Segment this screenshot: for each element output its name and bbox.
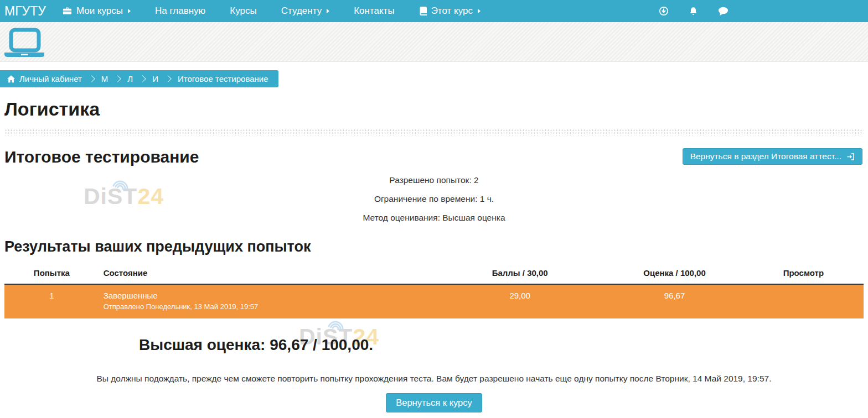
dotted-separator	[4, 128, 864, 135]
column-header-grade: Оценка / 100,00	[606, 262, 743, 284]
time-limit-line: Ограничение по времени: 1 ч.	[4, 194, 864, 204]
breadcrumb-item-i[interactable]: И	[152, 74, 158, 83]
briefcase-icon	[63, 7, 72, 15]
bell-icon[interactable]	[689, 7, 698, 16]
quiz-info: DiST24 Разрешено попыток: 2 Ограничение …	[4, 175, 864, 223]
header-band	[0, 22, 868, 62]
chat-icon[interactable]	[718, 7, 728, 16]
nav-item-courses[interactable]: Курсы	[230, 6, 256, 17]
navbar-action-icons	[659, 6, 728, 16]
nav-item-student[interactable]: Студенту	[281, 6, 329, 17]
sign-in-arrow-icon	[846, 153, 855, 161]
nav-item-my-courses[interactable]: Мои курсы	[63, 6, 131, 17]
course-title: Логистика	[4, 98, 864, 120]
quiz-header: Итоговое тестирование Вернуться в раздел…	[4, 148, 864, 166]
grading-method-line: Метод оценивания: Высшая оценка	[4, 213, 864, 223]
book-icon	[419, 7, 427, 15]
breadcrumb-item-m[interactable]: М	[101, 74, 108, 83]
back-to-section-label: Вернуться в раздел Итоговая аттест...	[690, 151, 841, 161]
breadcrumb: Личный кабинет М Л И Итоговое тестирован…	[0, 70, 278, 87]
column-header-state: Состояние	[99, 262, 434, 284]
attempts-table: Попытка Состояние Баллы / 30,00 Оценка /…	[4, 262, 864, 318]
final-grade-text: Высшая оценка: 96,67 / 100,00.	[139, 336, 373, 353]
chevron-right-icon	[164, 75, 172, 82]
column-header-points: Баллы / 30,00	[434, 262, 606, 284]
attempt-state: Завершенные	[104, 291, 430, 300]
nav-item-label: Этот курс	[431, 6, 473, 17]
return-button-wrap: Вернуться к курсу	[4, 393, 864, 412]
breadcrumb-label: М	[101, 74, 108, 83]
attempt-points-cell: 29,00	[434, 284, 606, 318]
final-grade-line: DiST24 Высшая оценка: 96,67 / 100,00.	[4, 336, 864, 354]
chevron-right-icon	[114, 75, 121, 82]
chevron-right-icon	[139, 75, 146, 82]
breadcrumb-label: Л	[127, 74, 133, 83]
back-to-section-button[interactable]: Вернуться в раздел Итоговая аттест...	[683, 148, 862, 165]
home-icon	[7, 75, 16, 83]
top-navbar: МГУТУ Мои курсы На главную Курсы Студент…	[0, 0, 868, 22]
retry-notice: Вы должны подождать, прежде чем сможете …	[4, 374, 864, 384]
breadcrumb-label: Личный кабинет	[19, 74, 82, 83]
caret-right-icon	[327, 9, 329, 13]
results-heading: Результаты ваших предыдущих попыток	[4, 238, 864, 255]
caret-right-icon	[478, 9, 480, 13]
attempt-number-cell: 1	[4, 284, 99, 318]
column-header-attempt: Попытка	[4, 262, 99, 284]
nav-item-label: Студенту	[281, 6, 322, 17]
table-row: 1 Завершенные Отправлено Понедельник, 13…	[4, 284, 864, 318]
column-header-review: Просмотр	[743, 262, 864, 284]
circle-arrow-icon[interactable]	[659, 6, 669, 16]
attempt-submitted: Отправлено Понедельник, 13 Май 2019, 19:…	[104, 302, 430, 311]
nav-item-label: Мои курсы	[76, 6, 123, 17]
site-logo[interactable]: МГУТУ	[4, 4, 46, 19]
breadcrumb-item-current: Итоговое тестирование	[178, 74, 268, 83]
main-content: Логистика Итоговое тестирование Вернутьс…	[0, 98, 868, 412]
breadcrumb-item-l[interactable]: Л	[127, 74, 133, 83]
attempts-allowed-line: Разрешено попыток: 2	[4, 175, 864, 185]
nav-item-contacts[interactable]: Контакты	[354, 6, 394, 17]
quiz-title: Итоговое тестирование	[4, 148, 199, 166]
attempt-grade-cell: 96,67	[606, 284, 743, 318]
caret-right-icon	[128, 9, 131, 13]
breadcrumb-row: Личный кабинет М Л И Итоговое тестирован…	[0, 62, 868, 87]
breadcrumb-item-dashboard[interactable]: Личный кабинет	[7, 74, 82, 83]
breadcrumb-label: И	[152, 74, 158, 83]
nav-item-this-course[interactable]: Этот курс	[419, 6, 480, 17]
breadcrumb-label: Итоговое тестирование	[178, 74, 268, 83]
nav-item-label: Контакты	[354, 6, 394, 17]
table-header-row: Попытка Состояние Баллы / 30,00 Оценка /…	[4, 262, 864, 284]
chevron-right-icon	[88, 75, 95, 82]
attempt-review-cell	[743, 284, 864, 318]
laptop-icon[interactable]	[4, 28, 48, 58]
return-to-course-button[interactable]: Вернуться к курсу	[386, 393, 482, 412]
nav-item-label: На главную	[155, 6, 205, 17]
nav-item-label: Курсы	[230, 6, 256, 17]
attempt-state-cell: Завершенные Отправлено Понедельник, 13 М…	[99, 284, 434, 318]
nav-item-home[interactable]: На главную	[155, 6, 205, 17]
